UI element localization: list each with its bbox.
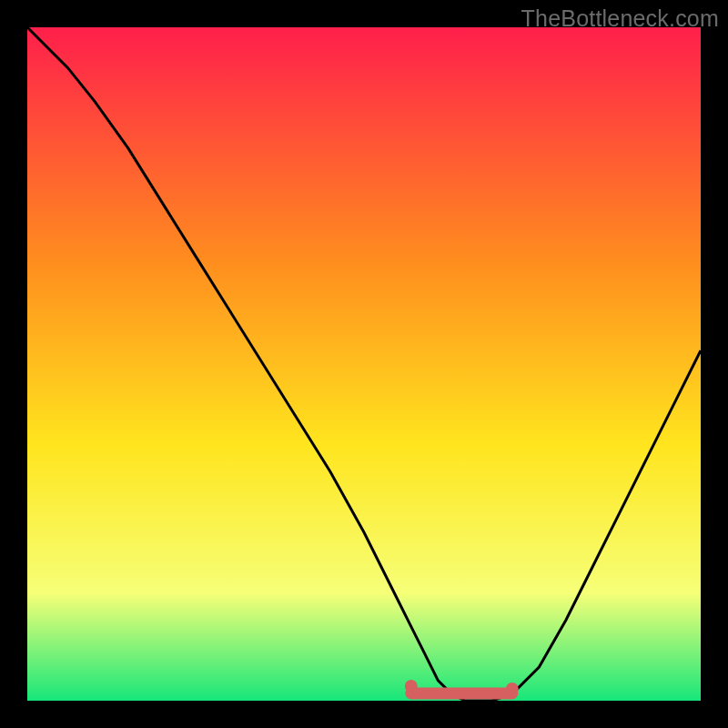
chart-frame: TheBottleneck.com (0, 0, 728, 728)
heat-gradient-bg (27, 27, 701, 701)
optimum-marker-dot-left (405, 680, 418, 693)
bottleneck-chart (27, 27, 701, 701)
optimum-marker-dot-right (506, 682, 519, 695)
